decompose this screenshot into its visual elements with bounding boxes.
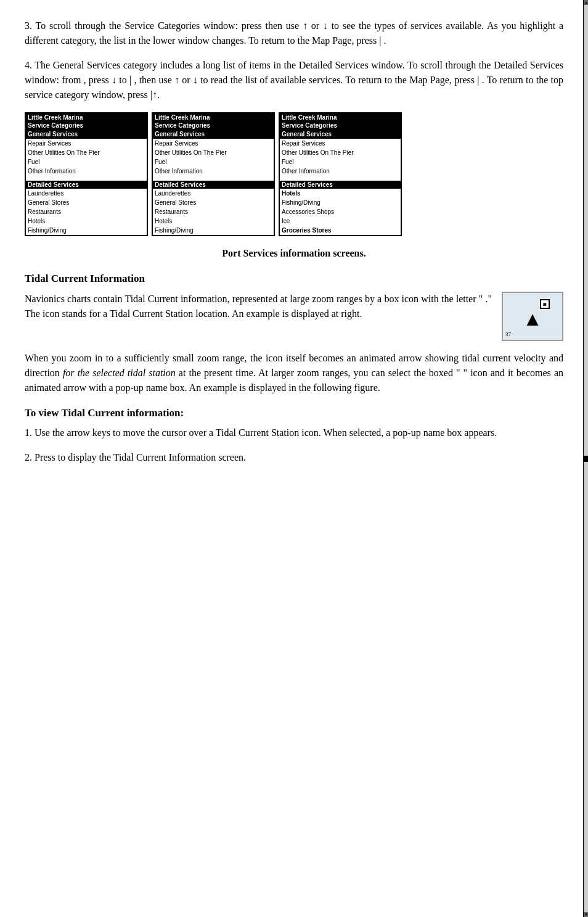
screen-3-detailed-title: Detailed Services xyxy=(280,181,401,189)
screen-1-item-utilities: Other Utilities On The Pier xyxy=(26,148,147,157)
screen-3-item-repair: Repair Services xyxy=(280,139,401,148)
screen-3-item-fuel: Fuel xyxy=(280,157,401,167)
screen-3-list-area: Hotels Fishing/Diving Accessories Shops … xyxy=(280,189,401,235)
tidal-para-1: Navionics charts contain Tidal Current i… xyxy=(25,292,492,331)
screen-1-list-item-5: Fishing/Diving xyxy=(26,226,147,235)
screen-2-divider xyxy=(153,176,274,181)
screen-2-header: Little Creek Marina xyxy=(153,113,274,121)
tidal-image: ◙ ▲ 37 xyxy=(502,292,563,341)
screen-2-item-repair: Repair Services xyxy=(153,139,274,148)
screen-2-item-other: Other Information xyxy=(153,167,274,176)
screen-3-scroll-up: ▲ xyxy=(584,0,588,5)
paragraph-1: 3. To scroll through the Service Categor… xyxy=(25,19,563,48)
screen-1-list-col: Launderettes General Stores Restaurants … xyxy=(26,189,147,235)
screen-3-list-item-2: Fishing/Diving xyxy=(280,198,401,207)
tidal-heading: Tidal Current Information xyxy=(25,271,563,287)
screen-2-list-item-1: Launderettes xyxy=(153,189,274,198)
screen-3-scroll-thumb xyxy=(584,456,588,462)
screen-3-list-col: Hotels Fishing/Diving Accessories Shops … xyxy=(280,189,401,235)
screen-3-header: Little Creek Marina xyxy=(280,113,401,121)
screen-1-list-item-1: Launderettes xyxy=(26,189,147,198)
tidal-section: Navionics charts contain Tidal Current i… xyxy=(25,292,563,341)
screen-3-list-item-4: Ice xyxy=(280,216,401,226)
screen-3-list-item-5: Groceries Stores xyxy=(280,226,401,235)
tidal-arrow-icon: ▲ xyxy=(523,308,542,331)
screen-2-detailed-title: Detailed Services xyxy=(153,181,274,189)
screen-1-item-fuel: Fuel xyxy=(26,157,147,167)
tidal-step-2: 2. Press to display the Tidal Current In… xyxy=(25,450,563,465)
screen-1-item-repair: Repair Services xyxy=(26,139,147,148)
tidal-para-2: When you zoom in to a sufficiently small… xyxy=(25,351,563,395)
screen-1-header: Little Creek Marina xyxy=(26,113,147,121)
screen-1: Little Creek Marina Service Categories G… xyxy=(25,112,148,236)
screen-1-list-item-2: General Stores xyxy=(26,198,147,207)
tidal-view-heading: To view Tidal Current information: xyxy=(25,405,563,421)
screen-2: Little Creek Marina Service Categories G… xyxy=(152,112,275,236)
screen-1-detailed-title: Detailed Services xyxy=(26,181,147,189)
screen-1-item-other: Other Information xyxy=(26,167,147,176)
screen-3-category-bar: Service Categories xyxy=(280,121,401,130)
screen-2-item-utilities: Other Utilities On The Pier xyxy=(153,148,274,157)
screen-3-item-general: General Services xyxy=(280,130,401,139)
screen-1-divider xyxy=(26,176,147,181)
screen-2-list-area: Launderettes General Stores Restaurants … xyxy=(153,189,274,235)
screen-1-list-item-4: Hotels xyxy=(26,216,147,226)
screen-2-list-item-4: Hotels xyxy=(153,216,274,226)
screen-1-category-bar: Service Categories xyxy=(26,121,147,130)
screens-container: Little Creek Marina Service Categories G… xyxy=(25,112,563,236)
screen-1-item-general: General Services xyxy=(26,130,147,139)
screen-3-scrollbar: ▲ ▼ xyxy=(583,0,588,493)
screen-3-item-other: Other Information xyxy=(280,167,401,176)
screen-2-item-fuel: Fuel xyxy=(153,157,274,167)
screen-2-category-bar: Service Categories xyxy=(153,121,274,130)
screen-3: Little Creek Marina Service Categories G… xyxy=(279,112,402,236)
screen-2-list-item-5: Fishing/Diving xyxy=(153,226,274,235)
tidal-step-1: 1. Use the arrow keys to move the cursor… xyxy=(25,426,563,440)
screen-2-list-col: Launderettes General Stores Restaurants … xyxy=(153,189,274,235)
screen-1-list-area: Launderettes General Stores Restaurants … xyxy=(26,189,147,235)
screen-2-list-item-3: Restaurants xyxy=(153,207,274,216)
screen-1-list-item-3: Restaurants xyxy=(26,207,147,216)
tidal-small-label: 37 xyxy=(505,331,511,337)
tidal-icon-box: ◙ xyxy=(540,299,550,309)
screen-3-item-utilities: Other Utilities On The Pier xyxy=(280,148,401,157)
paragraph-2: 4. The General Services category include… xyxy=(25,58,563,102)
screen-3-list-item-3: Accessories Shops xyxy=(280,207,401,216)
screen-2-list-item-2: General Stores xyxy=(153,198,274,207)
screen-3-list-item-1: Hotels xyxy=(280,189,401,198)
screen-2-item-general: General Services xyxy=(153,130,274,139)
screen-3-divider xyxy=(280,176,401,181)
screens-caption: Port Services information screens. xyxy=(25,246,563,261)
